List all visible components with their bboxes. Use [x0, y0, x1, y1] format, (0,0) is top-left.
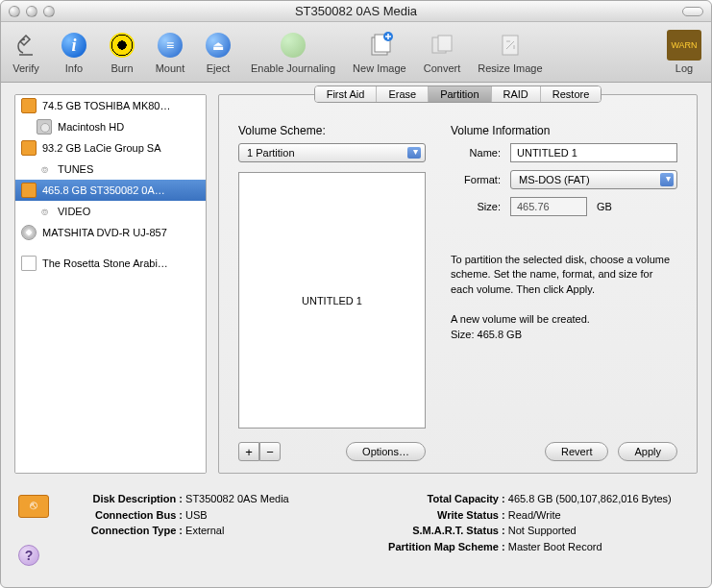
tab-partition[interactable]: Partition [429, 86, 491, 102]
toolbar-label: Burn [110, 62, 133, 74]
newimage-icon [364, 30, 395, 61]
toolbar-label: Resize Image [478, 62, 542, 74]
size-label: Size: [451, 201, 501, 212]
toolbar-label: New Image [353, 62, 406, 74]
tab-restore[interactable]: Restore [541, 86, 602, 102]
name-label: Name: [451, 147, 501, 159]
disk-icon [18, 495, 49, 518]
sidebar-item[interactable]: The Rosetta Stone Arabi… [15, 253, 206, 274]
toolbar-resize-image-button[interactable]: Resize Image [478, 30, 542, 74]
sidebar-item[interactable]: ⌾VIDEO [15, 201, 206, 222]
log-label: Log [675, 62, 693, 74]
titlebar: ST350082 0AS Media [1, 1, 711, 22]
volume-info-label: Volume Information [451, 124, 677, 137]
toolbar-eject-button[interactable]: ⏏Eject [203, 30, 233, 74]
sidebar-item-label: 93.2 GB LaCie Group SA [42, 142, 161, 154]
volume-scheme-label: Volume Scheme: [238, 124, 426, 137]
footer-info: ? Disk Description : ST350082 0AS Media … [14, 491, 698, 566]
toolbar-new-image-button[interactable]: New Image [353, 30, 406, 74]
journal-icon [278, 30, 308, 61]
remove-partition-button[interactable]: − [259, 442, 281, 461]
log-button[interactable]: WARN Log [667, 30, 701, 74]
toolbar-burn-button[interactable]: Burn [107, 30, 137, 74]
sidebar-item[interactable]: 465.8 GB ST350082 0A… [15, 180, 206, 201]
burn-icon [107, 30, 137, 61]
disk-icon [21, 140, 37, 156]
sidebar-item-label: VIDEO [58, 206, 90, 217]
svg-rect-4 [438, 36, 452, 51]
main-panel: First AidErasePartitionRAIDRestore Volum… [218, 94, 698, 474]
toolbar-convert-button[interactable]: Convert [424, 30, 461, 74]
toolbar-label: Enable Journaling [251, 62, 335, 74]
hd-icon [37, 119, 52, 135]
sidebar-item-label: 74.5 GB TOSHIBA MK80… [42, 100, 171, 111]
convert-icon [427, 30, 457, 61]
toolbar-label: Info [65, 62, 83, 74]
format-label: Format: [451, 174, 501, 185]
info-icon: i [59, 30, 89, 61]
help-button[interactable]: ? [18, 545, 39, 566]
tab-raid[interactable]: RAID [492, 86, 541, 102]
add-partition-button[interactable]: + [238, 442, 259, 461]
toolbar-label: Verify [12, 62, 39, 74]
toolbar-toggle-button[interactable] [682, 7, 703, 16]
optical-icon [21, 225, 37, 240]
disk-utility-window: ST350082 0AS Media VerifyiInfoBurn≡Mount… [0, 0, 712, 588]
microscope-icon [11, 30, 41, 61]
volume-icon: ⌾ [37, 204, 52, 219]
toolbar-verify-button[interactable]: Verify [11, 30, 41, 74]
log-icon: WARN [667, 30, 701, 61]
toolbar-label: Mount [156, 62, 185, 74]
revert-button[interactable]: Revert [545, 442, 608, 461]
sidebar-item-label: Macintosh HD [58, 121, 124, 133]
tab-strip: First AidErasePartitionRAIDRestore [314, 86, 602, 103]
toolbar-mount-button[interactable]: ≡Mount [155, 30, 185, 74]
sidebar-item[interactable]: ⌾TUNES [15, 159, 206, 180]
mount-icon: ≡ [155, 30, 185, 61]
sidebar-item-label: The Rosetta Stone Arabi… [42, 257, 168, 269]
sidebar-item-label: MATSHITA DVD-R UJ-857 [42, 227, 167, 238]
window-title: ST350082 0AS Media [1, 4, 711, 18]
volume-name-input[interactable] [510, 143, 677, 162]
toolbar-label: Eject [207, 62, 230, 74]
partition-layout[interactable]: UNTITLED 1 [238, 172, 426, 429]
size-input [510, 197, 587, 216]
disk-icon [21, 183, 37, 198]
sidebar-item[interactable]: 93.2 GB LaCie Group SA [15, 137, 206, 159]
volume-scheme-select[interactable]: 1 Partition [238, 143, 426, 162]
toolbar-label: Convert [424, 62, 461, 74]
eject-icon: ⏏ [203, 30, 233, 61]
image-file-icon [21, 256, 37, 271]
toolbar: VerifyiInfoBurn≡Mount⏏EjectEnable Journa… [1, 22, 711, 83]
options-button[interactable]: Options… [346, 442, 426, 461]
disk-icon [21, 98, 37, 113]
disk-sidebar[interactable]: 74.5 GB TOSHIBA MK80…Macintosh HD93.2 GB… [14, 94, 207, 474]
size-unit: GB [597, 201, 612, 212]
resize-icon [495, 30, 526, 61]
tab-erase[interactable]: Erase [377, 86, 429, 102]
apply-button[interactable]: Apply [618, 442, 677, 461]
sidebar-item[interactable]: MATSHITA DVD-R UJ-857 [15, 222, 206, 243]
status-text: A new volume will be created. Size: 465.… [451, 312, 677, 342]
sidebar-item[interactable]: Macintosh HD [15, 116, 206, 137]
format-select[interactable]: MS-DOS (FAT) [510, 170, 677, 189]
sidebar-item[interactable]: 74.5 GB TOSHIBA MK80… [15, 95, 206, 116]
partition-segment-label: UNTITLED 1 [302, 295, 362, 306]
sidebar-item-label: TUNES [58, 163, 93, 175]
instructions-text: To partition the selected disk, choose a… [451, 253, 677, 297]
sidebar-item-label: 465.8 GB ST350082 0A… [42, 184, 165, 196]
toolbar-enable-journaling-button[interactable]: Enable Journaling [251, 30, 335, 74]
tab-first-aid[interactable]: First Aid [315, 86, 378, 102]
toolbar-info-button[interactable]: iInfo [59, 30, 89, 74]
volume-icon: ⌾ [37, 161, 52, 177]
